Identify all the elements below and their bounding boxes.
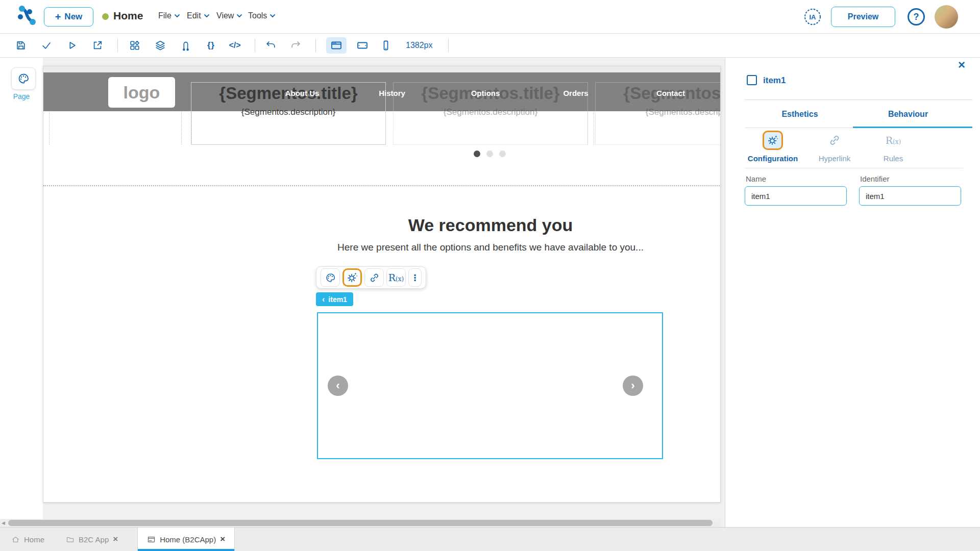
ia-badge[interactable]: IA: [803, 8, 822, 26]
selection-box[interactable]: [317, 312, 663, 459]
design-canvas[interactable]: logo {Segmentos.title} {Segmentos.descri…: [43, 66, 721, 503]
menu-file[interactable]: File: [158, 11, 180, 20]
rules-tool-button[interactable]: R(x): [386, 268, 406, 287]
carousel-prev-button[interactable]: ‹: [328, 375, 348, 396]
rules-rx-icon: R(x): [388, 272, 404, 283]
source-button[interactable]: </>: [226, 37, 243, 54]
flow-button[interactable]: [177, 37, 194, 54]
subtab-hyperlink[interactable]: [825, 132, 844, 148]
page-tool-label: Page: [0, 92, 43, 101]
device-desktop-button[interactable]: [326, 37, 347, 54]
section-divider: [43, 185, 721, 186]
doc-tab-home-b2capp-label: Home (B2CApp): [160, 535, 216, 544]
carousel-dot[interactable]: [486, 151, 493, 157]
tab-behaviour-underline: [853, 127, 972, 128]
active-tab-indicator: [138, 549, 234, 551]
subtab-configuration[interactable]: [763, 131, 783, 150]
chevron-left-icon: ‹: [336, 379, 339, 392]
menu-view[interactable]: View: [216, 11, 242, 20]
redo-button[interactable]: [287, 37, 304, 54]
doc-tab-home-label: Home: [24, 535, 44, 544]
link-icon: [828, 134, 841, 146]
scrollbar-thumb[interactable]: [8, 520, 713, 526]
avatar[interactable]: [935, 5, 958, 29]
menu-tools[interactable]: Tools: [248, 11, 275, 20]
doc-tab-home[interactable]: Home: [4, 528, 52, 551]
chevron-down-icon: [204, 14, 209, 17]
preview-button-label: Preview: [848, 12, 878, 21]
selected-element-chip[interactable]: ‹ item1: [316, 292, 353, 306]
doc-tab-home-b2capp-active[interactable]: Home (B2CApp) ×: [137, 528, 235, 551]
identifier-field-input[interactable]: [859, 186, 961, 206]
doc-tab-b2capp[interactable]: B2C App ×: [59, 528, 125, 551]
hyperlink-tool-button[interactable]: [364, 268, 384, 287]
layers-button[interactable]: [152, 37, 169, 54]
subtab-rules-label[interactable]: Rules: [884, 154, 903, 163]
subtab-configuration-label[interactable]: Configuration: [748, 154, 798, 163]
phone-icon: [380, 39, 392, 52]
site-logo-box[interactable]: logo: [108, 77, 175, 108]
code-icon: </>: [229, 41, 240, 50]
tab-behaviour[interactable]: Behaviour: [888, 110, 928, 119]
export-icon: [92, 40, 103, 51]
more-options-button[interactable]: ⋮: [408, 268, 422, 287]
scroll-left-arrow[interactable]: ◀: [2, 520, 5, 525]
nav-item-options[interactable]: Options: [471, 89, 500, 97]
chevron-left-icon: ‹: [322, 295, 325, 304]
components-icon: [129, 40, 140, 51]
export-button[interactable]: [89, 37, 106, 54]
kebab-icon: ⋮: [411, 272, 420, 283]
help-icon[interactable]: ?: [908, 8, 925, 26]
save-button[interactable]: [12, 37, 30, 54]
menu-edit[interactable]: Edit: [187, 11, 209, 20]
nav-item-contact[interactable]: Contact: [656, 89, 685, 97]
inspector-panel: × item1 Esthetics Behaviour R(x) Configu…: [725, 58, 980, 527]
tab-esthetics[interactable]: Esthetics: [781, 110, 818, 119]
new-button[interactable]: + New: [44, 7, 93, 27]
horizontal-scrollbar[interactable]: ◀: [0, 519, 721, 527]
toolbar-divider: [117, 39, 118, 52]
palette-icon: [17, 72, 30, 85]
nav-item-about-us[interactable]: About Us: [285, 89, 320, 97]
palette-icon: [325, 272, 336, 283]
menu-file-label: File: [158, 11, 172, 20]
check-icon: [41, 40, 52, 51]
form-icon: [147, 535, 156, 544]
chevron-right-icon: ›: [631, 379, 634, 392]
document-tabs-bar: Home B2C App × Home (B2CApp) ×: [0, 527, 980, 551]
ia-badge-label: IA: [803, 8, 822, 26]
carousel-next-button[interactable]: ›: [623, 375, 643, 396]
preview-button[interactable]: Preview: [831, 7, 895, 27]
check-button[interactable]: [38, 37, 55, 54]
menu-view-label: View: [216, 11, 234, 20]
variables-button[interactable]: { }: [202, 37, 219, 54]
page-tool-button[interactable]: [11, 67, 36, 90]
nav-item-orders[interactable]: Orders: [563, 89, 588, 97]
link-icon: [369, 272, 380, 283]
configuration-tool-button[interactable]: [342, 268, 362, 287]
nav-item-history[interactable]: History: [379, 89, 405, 97]
element-checkbox[interactable]: [747, 75, 757, 85]
close-tab-icon[interactable]: ×: [113, 534, 118, 544]
undo-icon: [265, 40, 277, 51]
run-button[interactable]: [63, 37, 81, 54]
carousel-dot-active[interactable]: [474, 151, 480, 157]
folder-icon: [66, 535, 75, 544]
toolbar-divider: [448, 39, 449, 52]
subtab-rules[interactable]: R(x): [884, 132, 902, 148]
app-window: + New Home File Edit View Tools IA P: [0, 0, 980, 551]
panel-close-button[interactable]: ×: [958, 59, 965, 71]
device-tablet-button[interactable]: [354, 37, 371, 54]
app-logo-icon[interactable]: [15, 5, 39, 28]
rules-rx-icon: R(x): [886, 135, 901, 146]
chevron-down-icon: [237, 14, 242, 17]
close-tab-icon[interactable]: ×: [220, 534, 225, 544]
subtab-hyperlink-label[interactable]: Hyperlink: [819, 154, 851, 163]
panel-divider: [745, 99, 972, 100]
name-field-input[interactable]: [745, 186, 847, 206]
device-phone-button[interactable]: [377, 37, 395, 54]
esthetics-tool-button[interactable]: [321, 268, 340, 287]
components-button[interactable]: [126, 37, 143, 54]
undo-button[interactable]: [262, 37, 280, 54]
carousel-dot[interactable]: [499, 151, 506, 157]
